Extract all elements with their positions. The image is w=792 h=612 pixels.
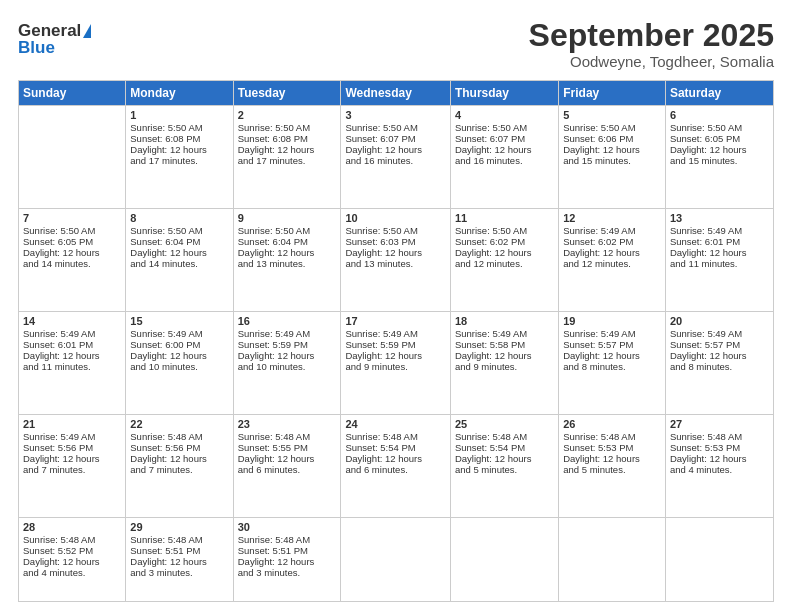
day-number: 26 [563,418,661,430]
day-info-line: Daylight: 12 hours [563,453,661,464]
calendar-cell: 10Sunrise: 5:50 AMSunset: 6:03 PMDayligh… [341,209,450,312]
day-info-line: Sunrise: 5:49 AM [563,328,661,339]
col-header-tuesday: Tuesday [233,81,341,106]
calendar-cell: 6Sunrise: 5:50 AMSunset: 6:05 PMDaylight… [665,106,773,209]
day-number: 11 [455,212,554,224]
day-info-line: and 11 minutes. [670,258,769,269]
calendar-cell: 20Sunrise: 5:49 AMSunset: 5:57 PMDayligh… [665,311,773,414]
day-info-line: Sunset: 5:56 PM [130,442,228,453]
day-info-line: Sunset: 6:01 PM [23,339,121,350]
day-info-line: and 9 minutes. [455,361,554,372]
day-info-line: Daylight: 12 hours [130,453,228,464]
day-info-line: Sunrise: 5:49 AM [563,225,661,236]
day-info-line: Sunrise: 5:48 AM [345,431,445,442]
day-info-line: Daylight: 12 hours [130,556,228,567]
week-row-1: 1Sunrise: 5:50 AMSunset: 6:08 PMDaylight… [19,106,774,209]
day-info-line: Daylight: 12 hours [345,247,445,258]
calendar-cell: 19Sunrise: 5:49 AMSunset: 5:57 PMDayligh… [559,311,666,414]
page: General Blue September 2025 Oodweyne, To… [0,0,792,612]
calendar-cell: 14Sunrise: 5:49 AMSunset: 6:01 PMDayligh… [19,311,126,414]
day-number: 19 [563,315,661,327]
day-info-line: Sunrise: 5:50 AM [345,225,445,236]
day-info-line: Sunrise: 5:49 AM [23,328,121,339]
day-info-line: Sunset: 5:54 PM [455,442,554,453]
day-info-line: Sunrise: 5:48 AM [563,431,661,442]
day-info-line: Sunset: 6:07 PM [455,133,554,144]
day-number: 5 [563,109,661,121]
day-info-line: and 7 minutes. [23,464,121,475]
calendar-cell: 29Sunrise: 5:48 AMSunset: 5:51 PMDayligh… [126,517,233,601]
calendar-cell [19,106,126,209]
day-info-line: Sunrise: 5:48 AM [238,534,337,545]
day-info-line: Sunset: 5:55 PM [238,442,337,453]
day-info-line: Sunset: 6:03 PM [345,236,445,247]
day-info-line: Sunrise: 5:49 AM [670,225,769,236]
day-info-line: Daylight: 12 hours [23,247,121,258]
day-info-line: and 7 minutes. [130,464,228,475]
month-title: September 2025 [529,18,774,53]
calendar-cell: 9Sunrise: 5:50 AMSunset: 6:04 PMDaylight… [233,209,341,312]
calendar-cell: 13Sunrise: 5:49 AMSunset: 6:01 PMDayligh… [665,209,773,312]
calendar-cell: 30Sunrise: 5:48 AMSunset: 5:51 PMDayligh… [233,517,341,601]
header-row: SundayMondayTuesdayWednesdayThursdayFrid… [19,81,774,106]
day-info-line: Sunrise: 5:48 AM [455,431,554,442]
day-info-line: Sunrise: 5:48 AM [238,431,337,442]
day-info-line: Sunset: 6:08 PM [130,133,228,144]
day-info-line: Daylight: 12 hours [455,144,554,155]
day-info-line: Sunset: 6:02 PM [455,236,554,247]
calendar-cell [450,517,558,601]
day-info-line: and 3 minutes. [130,567,228,578]
day-number: 3 [345,109,445,121]
day-info-line: and 8 minutes. [670,361,769,372]
calendar-cell: 28Sunrise: 5:48 AMSunset: 5:52 PMDayligh… [19,517,126,601]
calendar-cell: 23Sunrise: 5:48 AMSunset: 5:55 PMDayligh… [233,414,341,517]
calendar-cell [559,517,666,601]
day-info-line: Sunset: 5:57 PM [563,339,661,350]
day-info-line: Sunset: 5:59 PM [345,339,445,350]
calendar-cell: 27Sunrise: 5:48 AMSunset: 5:53 PMDayligh… [665,414,773,517]
day-info-line: Sunrise: 5:48 AM [23,534,121,545]
calendar-cell: 22Sunrise: 5:48 AMSunset: 5:56 PMDayligh… [126,414,233,517]
calendar-cell: 7Sunrise: 5:50 AMSunset: 6:05 PMDaylight… [19,209,126,312]
col-header-friday: Friday [559,81,666,106]
day-info-line: and 6 minutes. [345,464,445,475]
calendar-table: SundayMondayTuesdayWednesdayThursdayFrid… [18,80,774,602]
day-number: 24 [345,418,445,430]
day-info-line: and 4 minutes. [23,567,121,578]
day-info-line: and 10 minutes. [130,361,228,372]
day-info-line: Sunrise: 5:48 AM [130,431,228,442]
day-info-line: Daylight: 12 hours [345,453,445,464]
day-info-line: Sunset: 5:57 PM [670,339,769,350]
col-header-saturday: Saturday [665,81,773,106]
day-info-line: and 3 minutes. [238,567,337,578]
day-info-line: and 14 minutes. [23,258,121,269]
week-row-3: 14Sunrise: 5:49 AMSunset: 6:01 PMDayligh… [19,311,774,414]
day-number: 15 [130,315,228,327]
day-info-line: Daylight: 12 hours [455,453,554,464]
calendar-cell: 15Sunrise: 5:49 AMSunset: 6:00 PMDayligh… [126,311,233,414]
day-number: 17 [345,315,445,327]
day-info-line: Daylight: 12 hours [130,144,228,155]
week-row-5: 28Sunrise: 5:48 AMSunset: 5:52 PMDayligh… [19,517,774,601]
day-info-line: Daylight: 12 hours [130,350,228,361]
day-info-line: Daylight: 12 hours [563,350,661,361]
day-info-line: Sunset: 6:01 PM [670,236,769,247]
week-row-2: 7Sunrise: 5:50 AMSunset: 6:05 PMDaylight… [19,209,774,312]
day-info-line: Sunrise: 5:50 AM [23,225,121,236]
day-info-line: Sunset: 6:05 PM [23,236,121,247]
day-info-line: Sunrise: 5:50 AM [455,122,554,133]
day-info-line: Sunrise: 5:49 AM [670,328,769,339]
calendar-cell: 26Sunrise: 5:48 AMSunset: 5:53 PMDayligh… [559,414,666,517]
calendar-cell: 25Sunrise: 5:48 AMSunset: 5:54 PMDayligh… [450,414,558,517]
day-info-line: Sunset: 6:04 PM [130,236,228,247]
day-number: 29 [130,521,228,533]
day-info-line: and 14 minutes. [130,258,228,269]
day-info-line: and 10 minutes. [238,361,337,372]
day-info-line: and 8 minutes. [563,361,661,372]
day-info-line: and 16 minutes. [455,155,554,166]
day-info-line: Sunrise: 5:50 AM [238,122,337,133]
day-info-line: Sunrise: 5:50 AM [563,122,661,133]
day-info-line: and 16 minutes. [345,155,445,166]
day-number: 30 [238,521,337,533]
day-info-line: Daylight: 12 hours [670,144,769,155]
